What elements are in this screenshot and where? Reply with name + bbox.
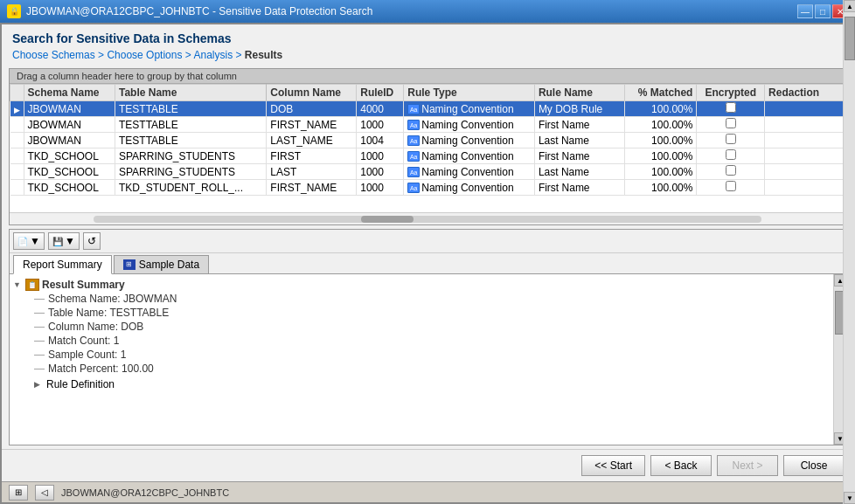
save-button[interactable]: 💾 ▼ [48, 232, 80, 250]
col-column-header[interactable]: Column Name [267, 85, 357, 101]
export-dropdown-button[interactable]: 📄 ▼ [13, 232, 45, 250]
tab-sample-data[interactable]: ⊞ Sample Data [114, 255, 209, 273]
rulename-cell: First Name [534, 180, 624, 196]
encrypted-checkbox[interactable] [726, 181, 736, 191]
redaction-cell [765, 180, 845, 196]
col-encrypted-header[interactable]: Encrypted [697, 85, 765, 101]
table-scroll-area[interactable]: Schema Name Table Name Column Name RuleI… [10, 84, 845, 212]
row-expand-cell[interactable] [10, 148, 24, 164]
title-bar-controls: — □ ✕ [797, 4, 848, 18]
ruleid-cell: 1000 [357, 148, 404, 164]
ruletype-cell: AaNaming Convention [404, 164, 535, 180]
breadcrumb: Choose Schemas > Choose Options > Analys… [12, 49, 843, 61]
result-summary-item: Sample Count: 1 [34, 348, 830, 362]
bottom-panel: 📄 ▼ 💾 ▼ ↺ Report Summary ⊞ Sample Data [9, 229, 846, 445]
app-icon: 🔒 [7, 4, 21, 18]
maximize-button[interactable]: □ [815, 4, 831, 18]
encrypted-checkbox[interactable] [726, 118, 736, 128]
tab-report-summary[interactable]: Report Summary [13, 255, 112, 274]
content-area: Drag a column header here to group by th… [2, 65, 853, 449]
page-title: Search for Sensitive Data in Schemas [12, 31, 843, 45]
table-row[interactable]: JBOWMANTESTTABLEFIRST_NAME1000AaNaming C… [10, 117, 845, 133]
encrypted-cell[interactable] [697, 101, 765, 117]
status-btn-1[interactable]: ⊞ [9, 485, 28, 501]
encrypted-cell[interactable] [697, 133, 765, 148]
row-expand-cell[interactable]: ▶ [10, 101, 24, 117]
back-button[interactable]: < Back [650, 455, 712, 476]
rulename-cell: My DOB Rule [534, 101, 624, 117]
result-summary-item: Schema Name: JBOWMAN [34, 292, 830, 306]
redaction-cell [765, 148, 845, 164]
encrypted-cell[interactable] [697, 117, 765, 133]
table-cell: TESTTABLE [115, 101, 266, 117]
refresh-button[interactable]: ↺ [83, 232, 101, 250]
table-horizontal-scrollbar[interactable] [10, 212, 845, 224]
row-expand-cell[interactable] [10, 164, 24, 180]
refresh-icon: ↺ [87, 235, 96, 247]
column-cell: FIRST_NAME [267, 180, 357, 196]
encrypted-cell[interactable] [697, 148, 765, 164]
ruleid-cell: 1004 [357, 133, 404, 148]
col-pctmatch-header[interactable]: % Matched [625, 85, 697, 101]
rulename-cell: First Name [534, 148, 624, 164]
pctmatch-cell: 100.00% [625, 148, 697, 164]
result-summary-header[interactable]: ▼ 📋 Result Summary [13, 278, 830, 292]
report-summary-tab-label: Report Summary [23, 259, 102, 271]
col-redaction-header[interactable]: Redaction [765, 85, 845, 101]
schema-cell: JBOWMAN [24, 117, 115, 133]
nav-bar: << Start < Back Next > Close [2, 449, 853, 481]
close-button[interactable]: Close [783, 455, 845, 476]
encrypted-checkbox[interactable] [726, 165, 736, 176]
breadcrumb-step2[interactable]: Choose Options [107, 49, 182, 61]
scroll-track [844, 84, 845, 212]
table-row[interactable]: TKD_SCHOOLSPARRING_STUDENTSLAST1000AaNam… [10, 164, 845, 180]
h-scroll-thumb[interactable] [361, 216, 414, 223]
ruletype-cell: AaNaming Convention [404, 117, 535, 133]
status-bar: ⊞ ◁ JBOWMAN@ORA12CBPC_JOHNBTC [2, 481, 853, 502]
pctmatch-cell: 100.00% [625, 164, 697, 180]
col-ruleid-header[interactable]: RuleID [357, 85, 404, 101]
table-row[interactable]: TKD_SCHOOLSPARRING_STUDENTSFIRST1000AaNa… [10, 148, 845, 164]
table-row[interactable]: ▶JBOWMANTESTTABLEDOB4000AaNaming Convent… [10, 101, 845, 117]
ruleid-cell: 1000 [357, 164, 404, 180]
encrypted-cell[interactable] [697, 164, 765, 180]
encrypted-checkbox[interactable] [726, 102, 736, 113]
col-ruletype-header[interactable]: Rule Type [404, 85, 535, 101]
schema-cell: TKD_SCHOOL [24, 164, 115, 180]
result-tree: ▼ 📋 Result Summary Schema Name: JBOWMANT… [10, 274, 833, 445]
encrypted-checkbox[interactable] [726, 134, 736, 144]
save-icon: 💾 [52, 237, 63, 246]
breadcrumb-step3[interactable]: Analysis [193, 49, 233, 61]
ruleid-cell: 4000 [357, 101, 404, 117]
pctmatch-cell: 100.00% [625, 133, 697, 148]
row-expand-cell[interactable] [10, 117, 24, 133]
table-cell: SPARRING_STUDENTS [115, 164, 266, 180]
next-button[interactable]: Next > [717, 455, 778, 476]
table-row[interactable]: TKD_SCHOOLTKD_STUDENT_ROLL_...FIRST_NAME… [10, 180, 845, 196]
rule-def-expand-icon[interactable]: ▶ [34, 380, 46, 389]
column-cell: LAST [267, 164, 357, 180]
schema-cell: TKD_SCHOOL [24, 180, 115, 196]
minimize-button[interactable]: — [797, 4, 813, 18]
column-cell: LAST_NAME [267, 133, 357, 148]
encrypted-checkbox[interactable] [726, 149, 736, 160]
start-button[interactable]: << Start [581, 455, 645, 476]
table-cell: TESTTABLE [115, 117, 266, 133]
sample-data-tab-icon: ⊞ [123, 259, 136, 270]
table-row[interactable]: JBOWMANTESTTABLELAST_NAME1004AaNaming Co… [10, 133, 845, 148]
ruletype-cell: AaNaming Convention [404, 133, 535, 148]
tree-expand-icon[interactable]: ▼ [13, 280, 25, 289]
col-schema-header[interactable]: Schema Name [24, 85, 115, 101]
col-rulename-header[interactable]: Rule Name [534, 85, 624, 101]
table-vertical-scrollbar[interactable]: ▲ ▼ [843, 84, 845, 212]
main-window: Search for Sensitive Data in Schemas Cho… [0, 23, 855, 504]
encrypted-cell[interactable] [697, 180, 765, 196]
col-table-header[interactable]: Table Name [115, 85, 266, 101]
result-summary-root: ▼ 📋 Result Summary Schema Name: JBOWMANT… [13, 278, 830, 391]
breadcrumb-step1[interactable]: Choose Schemas [12, 49, 95, 61]
rule-definition-node[interactable]: ▶ Rule Definition [34, 377, 830, 391]
row-expand-cell[interactable] [10, 133, 24, 148]
status-btn-2[interactable]: ◁ [35, 485, 54, 501]
row-expand-cell[interactable] [10, 180, 24, 196]
table-cell: SPARRING_STUDENTS [115, 148, 266, 164]
